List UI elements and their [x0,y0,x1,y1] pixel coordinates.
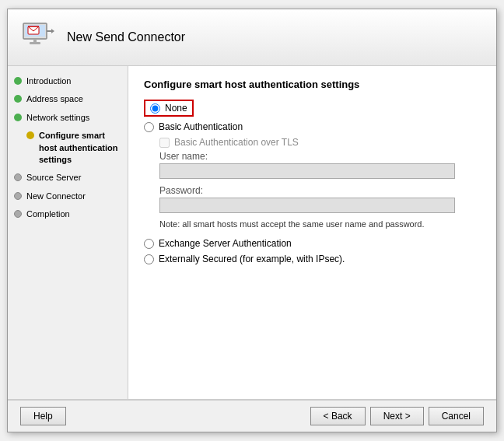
username-group: User name: [159,151,481,179]
password-input[interactable] [159,198,455,213]
sidebar-item-new-connector[interactable]: New Connector [8,187,128,205]
externally-secured-label: Externally Secured (for example, with IP… [159,254,345,264]
sidebar: Introduction Address space Network setti… [8,66,128,399]
dot-address-space [14,95,22,103]
help-button[interactable]: Help [20,407,66,425]
sidebar-item-configure-smart-host[interactable]: Configure smart host authentication sett… [8,127,128,169]
dot-new-connector [14,192,22,200]
username-input[interactable] [159,163,455,179]
dot-source-server [14,173,22,181]
radio-externally-secured[interactable] [144,254,154,264]
none-label: None [165,103,187,114]
exchange-auth-label: Exchange Server Authentication [159,238,292,249]
sidebar-item-network-settings[interactable]: Network settings [8,109,128,127]
dot-completion [14,210,22,218]
radio-exchange-auth[interactable] [144,239,154,249]
dialog-body: Introduction Address space Network setti… [8,66,496,399]
username-label: User name: [159,151,481,162]
dot-network-settings [14,114,22,121]
sidebar-item-source-server[interactable]: Source Server [8,169,128,187]
dialog-title: New Send Connector [67,30,185,44]
exchange-auth-option[interactable]: Exchange Server Authentication [144,238,481,249]
dialog-footer: Help < Back Next > Cancel [8,400,496,432]
svg-marker-7 [51,29,54,33]
note-text: Note: all smart hosts must accept the sa… [159,219,481,229]
sidebar-item-introduction[interactable]: Introduction [8,72,128,90]
svg-rect-4 [33,39,37,42]
sidebar-item-address-space[interactable]: Address space [8,90,128,108]
footer-nav-buttons: < Back Next > Cancel [310,407,484,425]
main-content: Configure smart host authentication sett… [128,66,496,399]
next-button[interactable]: Next > [370,407,424,425]
basic-auth-tls-checkbox[interactable] [159,138,170,148]
radio-basic-auth[interactable] [144,122,154,132]
password-group: Password: [159,185,481,213]
dialog-header: New Send Connector [8,9,496,66]
externally-secured-option[interactable]: Externally Secured (for example, with IP… [144,254,481,264]
basic-auth-tls-option[interactable]: Basic Authentication over TLS [159,137,481,148]
basic-auth-tls-label: Basic Authentication over TLS [174,137,299,148]
section-title: Configure smart host authentication sett… [144,79,481,90]
dialog: New Send Connector Introduction Address … [7,9,497,432]
svg-rect-5 [30,42,40,44]
send-connector-icon [20,19,58,56]
cancel-button[interactable]: Cancel [429,407,484,425]
sidebar-item-completion[interactable]: Completion [8,205,128,223]
back-button[interactable]: < Back [310,407,366,425]
dot-introduction [14,77,22,85]
none-option-wrapper[interactable]: None [144,100,194,117]
basic-auth-label: Basic Authentication [159,121,243,132]
password-label: Password: [159,185,481,196]
dot-configure-smart-host [26,131,34,139]
basic-auth-option[interactable]: Basic Authentication [144,121,481,132]
radio-none[interactable] [150,103,160,114]
